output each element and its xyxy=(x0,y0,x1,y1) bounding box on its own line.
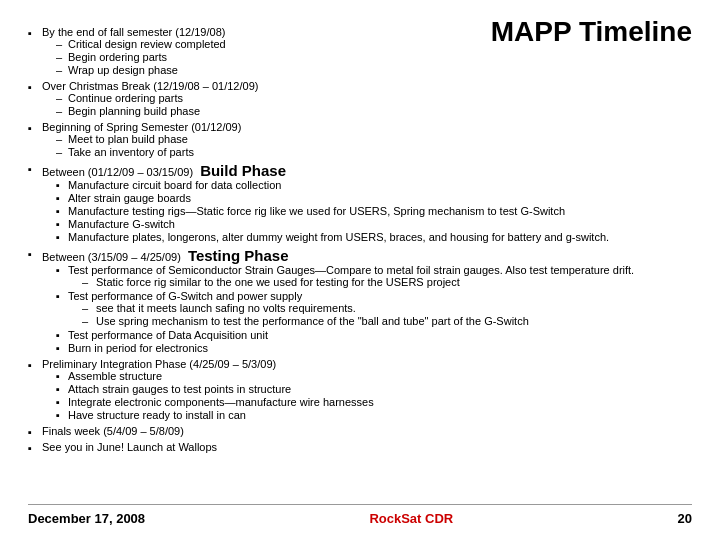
list-item: – Use spring mechanism to test the perfo… xyxy=(82,315,529,327)
list-item: – Static force rig similar to the one we… xyxy=(82,276,634,288)
section-7: ▪ Finals week (5/4/09 – 5/8/09) xyxy=(28,425,692,438)
bullet-8: ▪ xyxy=(28,441,42,454)
list-item: ▪ Attach strain gauges to test points in… xyxy=(56,383,692,395)
sub-sub-text: Use spring mechanism to test the perform… xyxy=(96,315,529,327)
bullet-5: ▪ xyxy=(28,247,42,355)
footer-date: December 17, 2008 xyxy=(28,511,145,526)
sub-item-text: Begin ordering parts xyxy=(68,51,167,63)
sub-item-text: Take an inventory of parts xyxy=(68,146,194,158)
sub-item-text: Continue ordering parts xyxy=(68,92,183,104)
section-4-innerlist: ▪ Manufacture circuit board for data col… xyxy=(56,179,692,243)
list-item: ▪ Test performance of Data Acquisition u… xyxy=(56,329,692,341)
sub-item-text: Begin planning build phase xyxy=(68,105,200,117)
bullet-1: ▪ xyxy=(28,26,42,77)
section-2: ▪ Over Christmas Break (12/19/08 – 01/12… xyxy=(28,80,692,118)
bullet-2: ▪ xyxy=(28,80,42,118)
inner-item-text: Have structure ready to install in can xyxy=(68,409,246,421)
section-7-title: Finals week (5/4/09 – 5/8/09) xyxy=(42,425,184,437)
sub-sub-text: Static force rig similar to the one we u… xyxy=(96,276,460,288)
inner-item-text: Manufacture circuit board for data colle… xyxy=(68,179,281,191)
section-4-body: Between (01/12/09 – 03/15/09) Build Phas… xyxy=(42,162,692,244)
section-5-title: Between (3/15/09 – 4/25/09) xyxy=(42,251,181,263)
sub-item-text: Critical design review completed xyxy=(68,38,226,50)
footer: December 17, 2008 RockSat CDR 20 xyxy=(28,504,692,526)
section-6-title: Preliminary Integration Phase (4/25/09 –… xyxy=(42,358,276,370)
list-item: ▪ Manufacture plates, longerons, alter d… xyxy=(56,231,692,243)
bullet-4: ▪ xyxy=(28,162,42,244)
inner-item-text: Alter strain gauge boards xyxy=(68,192,191,204)
section-6: ▪ Preliminary Integration Phase (4/25/09… xyxy=(28,358,692,422)
inner-item-text: Manufacture G-switch xyxy=(68,218,175,230)
section-5-body: Between (3/15/09 – 4/25/09) Testing Phas… xyxy=(42,247,692,355)
sub-item-text: Wrap up design phase xyxy=(68,64,178,76)
page-title: MAPP Timeline xyxy=(491,16,692,48)
section-6-innerlist: ▪ Assemble structure ▪ Attach strain gau… xyxy=(56,370,692,421)
main-content: ▪ By the end of fall semester (12/19/08)… xyxy=(28,26,692,500)
inner-item-text: Attach strain gauges to test points in s… xyxy=(68,383,291,395)
inner-item-block: Test performance of Semiconductor Strain… xyxy=(68,264,634,289)
inner-item-text: Assemble structure xyxy=(68,370,162,382)
list-item: – see that it meets launch safing no vol… xyxy=(82,302,529,314)
list-item: – Take an inventory of parts xyxy=(56,146,692,158)
page: MAPP Timeline ▪ By the end of fall semes… xyxy=(0,0,720,540)
list-item: ▪ Manufacture testing rigs—Static force … xyxy=(56,205,692,217)
inner-item-text: Test performance of G-Switch and power s… xyxy=(68,290,302,302)
sub-item-text: Meet to plan build phase xyxy=(68,133,188,145)
footer-event: RockSat CDR xyxy=(369,511,453,526)
list-item: ▪ Alter strain gauge boards xyxy=(56,192,692,204)
inner-item-text: Integrate electronic components—manufact… xyxy=(68,396,374,408)
build-phase-label: Build Phase xyxy=(200,162,286,179)
inner-item-text: Test performance of Semiconductor Strain… xyxy=(68,264,634,276)
list-item: ▪ Manufacture circuit board for data col… xyxy=(56,179,692,191)
list-item: ▪ Burn in period for electronics xyxy=(56,342,692,354)
list-item: ▪ Test performance of G-Switch and power… xyxy=(56,290,692,328)
section-3-title: Beginning of Spring Semester (01/12/09) xyxy=(42,121,241,133)
list-item: ▪ Have structure ready to install in can xyxy=(56,409,692,421)
inner-item-text: Burn in period for electronics xyxy=(68,342,208,354)
list-item: – Begin ordering parts xyxy=(56,51,692,63)
list-item: – Begin planning build phase xyxy=(56,105,692,117)
list-item: ▪ Integrate electronic components—manufa… xyxy=(56,396,692,408)
bullet-3: ▪ xyxy=(28,121,42,159)
bullet-6: ▪ xyxy=(28,358,42,422)
section-2-body: Over Christmas Break (12/19/08 – 01/12/0… xyxy=(42,80,692,118)
list-item: ▪ Test performance of Semiconductor Stra… xyxy=(56,264,692,289)
list-item: ▪ Manufacture G-switch xyxy=(56,218,692,230)
list-item: – Meet to plan build phase xyxy=(56,133,692,145)
inner-item-block: Test performance of G-Switch and power s… xyxy=(68,290,529,328)
section-7-body: Finals week (5/4/09 – 5/8/09) xyxy=(42,425,692,438)
section-3: ▪ Beginning of Spring Semester (01/12/09… xyxy=(28,121,692,159)
section-8-body: See you in June! Launch at Wallops xyxy=(42,441,692,454)
inner-item-text: Manufacture plates, longerons, alter dum… xyxy=(68,231,609,243)
inner-item-text: Test performance of Data Acquisition uni… xyxy=(68,329,268,341)
section-8: ▪ See you in June! Launch at Wallops xyxy=(28,441,692,454)
section-4: ▪ Between (01/12/09 – 03/15/09) Build Ph… xyxy=(28,162,692,244)
section-2-sublist: – Continue ordering parts – Begin planni… xyxy=(56,92,692,117)
bullet-7: ▪ xyxy=(28,425,42,438)
list-item: – Continue ordering parts xyxy=(56,92,692,104)
section-1-title: By the end of fall semester (12/19/08) xyxy=(42,26,225,38)
list-item: ▪ Assemble structure xyxy=(56,370,692,382)
section-2-title: Over Christmas Break (12/19/08 – 01/12/0… xyxy=(42,80,258,92)
sub-sub-list: – see that it meets launch safing no vol… xyxy=(82,302,529,327)
section-5: ▪ Between (3/15/09 – 4/25/09) Testing Ph… xyxy=(28,247,692,355)
section-5-innerlist: ▪ Test performance of Semiconductor Stra… xyxy=(56,264,692,354)
list-item: – Wrap up design phase xyxy=(56,64,692,76)
section-4-title: Between (01/12/09 – 03/15/09) xyxy=(42,166,193,178)
inner-item-text: Manufacture testing rigs—Static force ri… xyxy=(68,205,565,217)
section-8-title: See you in June! Launch at Wallops xyxy=(42,441,217,453)
footer-page-number: 20 xyxy=(678,511,692,526)
sub-sub-list: – Static force rig similar to the one we… xyxy=(82,276,634,288)
section-3-body: Beginning of Spring Semester (01/12/09) … xyxy=(42,121,692,159)
sub-sub-text: see that it meets launch safing no volts… xyxy=(96,302,356,314)
section-3-sublist: – Meet to plan build phase – Take an inv… xyxy=(56,133,692,158)
section-6-body: Preliminary Integration Phase (4/25/09 –… xyxy=(42,358,692,422)
testing-phase-label: Testing Phase xyxy=(188,247,289,264)
